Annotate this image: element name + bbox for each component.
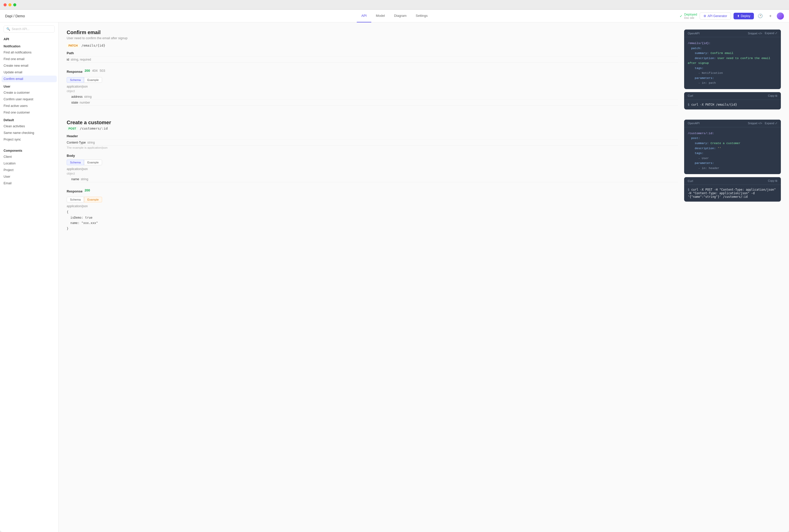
sidebar-item-find-one-customer[interactable]: Find one customer (0, 109, 58, 116)
create-customer-header-content-type: Content-Type string (67, 140, 678, 146)
create-customer-example-block: { isDemo: true name: "xxx.xxx" } (67, 209, 678, 231)
history-button[interactable]: 🕐 (756, 12, 764, 20)
confirm-email-status-404[interactable]: 404 (92, 69, 98, 73)
confirm-email-example-tab[interactable]: Example (84, 77, 102, 83)
confirm-email-field-address: address string (71, 94, 678, 100)
confirm-email-code-actions: Snippet </> Expand ⤢ (748, 32, 777, 35)
confirm-email-code-header: OpenAPI Snippet </> Expand ⤢ (684, 30, 781, 37)
deploy-status: ✓ Deployed Doc site (679, 13, 697, 19)
confirm-email-copy-btn[interactable]: Copy ⧉ (768, 94, 777, 97)
create-customer-body-tabs: Schema Example (67, 159, 678, 165)
create-customer-resp-content-type: application/json (67, 204, 678, 208)
content-area: Confirm email User need to confirm the e… (59, 22, 789, 532)
sidebar-item-same-name-checking[interactable]: Same name checking (0, 130, 58, 136)
traffic-lights (4, 3, 16, 6)
deploy-status-label: Deployed (684, 13, 697, 16)
create-customer-curl-label: Curl (688, 179, 693, 183)
app-window: Dapi / Demo API Model Diagram Settings ✓… (0, 0, 789, 532)
confirm-email-section: Confirm email User need to confirm the e… (67, 30, 781, 110)
create-customer-code-body: /customers/:id: post: summary: Create a … (684, 127, 781, 174)
confirm-email-endpoint: /emails/{id} (81, 43, 105, 48)
confirm-email-status-503[interactable]: 503 (100, 69, 105, 73)
sidebar-item-project-sync[interactable]: Project sync (0, 136, 58, 143)
add-button[interactable]: + (767, 12, 774, 20)
create-customer-resp-schema-tab[interactable]: Schema (67, 197, 84, 202)
confirm-email-code-panel: OpenAPI Snippet </> Expand ⤢ /emails/{id… (684, 30, 781, 110)
create-customer-status-200[interactable]: 200 (84, 188, 90, 192)
create-customer-code-panel: OpenAPI Snippet </> Expand ⤢ /customers/… (684, 120, 781, 231)
create-customer-example-tab[interactable]: Example (84, 159, 102, 165)
confirm-email-openapi-label: OpenAPI (688, 32, 700, 35)
sidebar-item-find-active-users[interactable]: Find active users (0, 102, 58, 109)
minimize-button[interactable] (8, 3, 12, 6)
confirm-email-openapi-block: OpenAPI Snippet </> Expand ⤢ /emails/{id… (684, 30, 781, 89)
deploy-icon: ⬆ (737, 14, 739, 18)
titlebar (0, 0, 789, 10)
sidebar-item-confirm-email[interactable]: Confirm email (2, 76, 57, 82)
confirm-email-response-row: Response 200 404 503 (67, 66, 678, 75)
tab-settings[interactable]: Settings (411, 10, 432, 22)
sidebar-item-find-all-notifications[interactable]: Find all notifications (0, 49, 58, 56)
sidebar-section-notification: Notification (0, 42, 58, 49)
create-customer-title: Create a customer (67, 120, 678, 126)
create-customer-snippet-btn[interactable]: Snippet </> (748, 122, 762, 125)
confirm-email-curl-header: Curl Copy ⧉ (684, 92, 781, 100)
tab-model[interactable]: Model (371, 10, 389, 22)
confirm-email-status-200[interactable]: 200 (84, 69, 90, 73)
create-customer-docs: Create a customer POST /customers/:id He… (67, 120, 678, 231)
confirm-email-field-id: id string, required (67, 57, 678, 63)
create-customer-body-label: Body (67, 154, 678, 157)
create-customer-schema-tab[interactable]: Schema (67, 159, 84, 165)
confirm-email-content-type: application/json (67, 85, 678, 88)
sidebar-item-user[interactable]: User (0, 173, 58, 180)
create-customer-header-label: Header (67, 134, 678, 138)
close-button[interactable] (4, 3, 7, 6)
sidebar-api-label: API (0, 36, 58, 42)
create-customer-curl-header: Curl Copy ⧉ (684, 177, 781, 185)
create-customer-openapi-label: OpenAPI (688, 122, 700, 125)
confirm-email-schema-tab[interactable]: Schema (67, 77, 84, 83)
sidebar-item-confirm-user-request[interactable]: Confirm user request (0, 96, 58, 102)
sidebar-item-project[interactable]: Project (0, 167, 58, 173)
sidebar-item-client[interactable]: Client (0, 153, 58, 160)
create-customer-copy-btn[interactable]: Copy ⧉ (768, 179, 777, 183)
sidebar-item-find-one-email[interactable]: Find one email (0, 56, 58, 62)
confirm-email-expand-btn[interactable]: Expand ⤢ (765, 32, 777, 35)
deploy-button[interactable]: ⬆ Deploy (733, 13, 754, 19)
sidebar-item-email[interactable]: Email (0, 180, 58, 187)
create-customer-response-tabs: Schema Example (67, 197, 678, 202)
confirm-email-desc: User need to confirm the email after sig… (67, 36, 678, 40)
confirm-email-field-state: state number (71, 100, 678, 106)
create-customer-content-type: application/json (67, 167, 678, 171)
api-generator-button[interactable]: ⚙ API Generator (700, 13, 731, 20)
maximize-button[interactable] (13, 3, 16, 6)
confirm-email-curl-body: $ curl -X PATCH /emails/{id} (684, 100, 781, 110)
create-customer-curl-block: Curl Copy ⧉ $ curl -X POST -H "Content-T… (684, 177, 781, 202)
create-customer-endpoint: /customers/:id (80, 127, 108, 130)
tab-api[interactable]: API (357, 10, 371, 22)
sidebar-item-create-new-email[interactable]: Create new email (0, 62, 58, 69)
tab-diagram[interactable]: Diagram (389, 10, 411, 22)
confirm-email-snippet-btn[interactable]: Snippet </> (748, 32, 762, 35)
sidebar-item-create-customer[interactable]: Create a customer (0, 89, 58, 96)
confirm-email-docs: Confirm email User need to confirm the e… (67, 30, 678, 110)
avatar[interactable] (777, 13, 784, 20)
nav-actions: ✓ Deployed Doc site ⚙ API Generator ⬆ De… (679, 12, 784, 20)
create-customer-openapi-block: OpenAPI Snippet </> Expand ⤢ /customers/… (684, 120, 781, 174)
confirm-email-curl-label: Curl (688, 94, 693, 97)
sidebar-components-label: Components (0, 146, 58, 153)
confirm-email-title: Confirm email (67, 30, 678, 35)
api-gen-icon: ⚙ (704, 14, 706, 18)
create-customer-method: POST (67, 127, 78, 131)
create-customer-resp-example-tab[interactable]: Example (84, 197, 102, 202)
sidebar: 🔍 Search API... API Notification Find al… (0, 22, 59, 532)
create-customer-response-label: Response (67, 189, 82, 193)
sidebar-section-user: User (0, 82, 58, 89)
sidebar-item-clean-activities[interactable]: Clean activities (0, 123, 58, 130)
search-box[interactable]: 🔍 Search API... (4, 25, 55, 33)
sidebar-item-update-email[interactable]: Update email (0, 69, 58, 76)
sidebar-item-location[interactable]: Location (0, 160, 58, 167)
search-icon: 🔍 (6, 27, 10, 31)
confirm-email-code-body: /emails/{id}: patch: summary: Confirm em… (684, 37, 781, 89)
create-customer-expand-btn[interactable]: Expand ⤢ (765, 122, 777, 125)
